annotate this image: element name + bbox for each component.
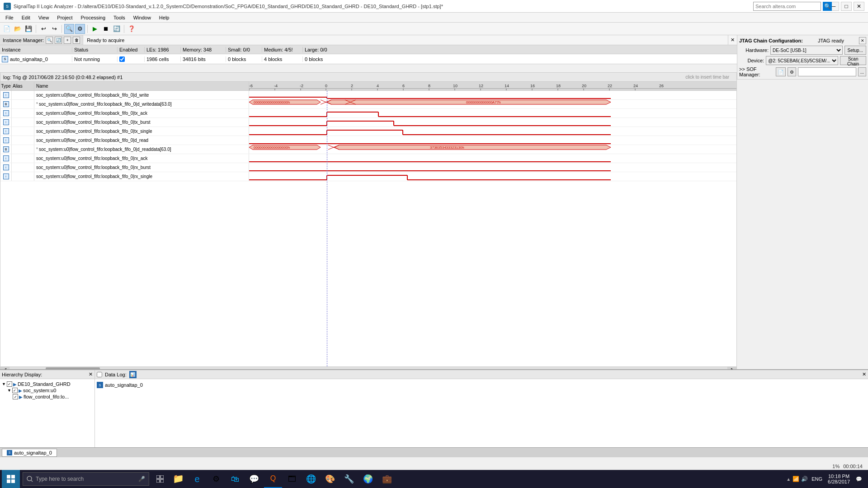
save-button[interactable]: 💾 xyxy=(24,24,33,34)
data-log-header: Data Log: 📊 ✕ xyxy=(95,370,868,379)
svg-text:0000000000000A77h: 0000000000000A77h xyxy=(466,100,501,104)
open-button[interactable]: 📂 xyxy=(13,24,23,34)
tree-check-3[interactable]: ✓ xyxy=(13,394,18,399)
menu-processing[interactable]: Processing xyxy=(77,14,109,21)
sig3-icon: ↑ xyxy=(3,110,9,116)
svg-text:-2: -2 xyxy=(300,84,303,88)
svg-text:18: 18 xyxy=(556,84,561,88)
jtag-close-btn[interactable]: ✕ xyxy=(859,37,866,44)
tree-check-2[interactable]: ✓ xyxy=(12,388,18,393)
sig10-icon: ↑ xyxy=(3,174,9,179)
instance-settings-btn[interactable]: 🔍 xyxy=(46,37,53,44)
instance-enabled-checkbox[interactable] xyxy=(119,56,125,62)
menu-project[interactable]: Project xyxy=(53,14,76,21)
jtag-sof-btn1[interactable]: 📄 xyxy=(776,67,786,76)
language-indicator: ENG xyxy=(811,476,822,482)
tree-check-1[interactable]: ✓ xyxy=(7,381,12,387)
auto-signaltap-button[interactable]: ⚙ xyxy=(75,24,85,34)
undo-button[interactable]: ↩ xyxy=(38,24,48,34)
tree-item-soc[interactable]: ▼ ✓ ▶ soc_system:u0 xyxy=(2,387,93,394)
taskbar-task-view-btn[interactable] xyxy=(152,470,168,488)
stop-button[interactable]: ⏹ xyxy=(101,24,111,34)
altera-search-input[interactable] xyxy=(753,2,821,11)
jtag-header: JTAG Chain Configuration: JTAG ready ✕ xyxy=(739,37,866,44)
toolbar-separator-1 xyxy=(36,25,36,33)
col-memory: Memory: 348 xyxy=(181,47,226,52)
menu-window[interactable]: Window xyxy=(130,14,155,21)
instance-enabled-cell xyxy=(118,56,145,62)
run-button[interactable]: ▶ xyxy=(90,24,100,34)
scan-chain-button[interactable]: Scan Chain xyxy=(840,56,866,65)
notification-btn[interactable]: 💬 xyxy=(854,474,864,484)
tree-item-flow[interactable]: ✓ ▶ flow_control_fifo:lo... xyxy=(2,394,93,400)
data-log-checkbox[interactable] xyxy=(97,372,102,377)
taskbar-app-explorer[interactable]: 📁 xyxy=(169,470,187,488)
header-name: Name xyxy=(34,82,249,90)
new-button[interactable]: 📄 xyxy=(2,24,12,34)
svg-text:14: 14 xyxy=(505,84,509,88)
jtag-sof-btn3[interactable]: ... xyxy=(858,67,866,76)
taskbar-app-win[interactable]: 🗔 xyxy=(283,470,301,488)
taskbar-search[interactable]: Type here to search 🎤 xyxy=(23,472,149,486)
close-button[interactable]: ✕ xyxy=(854,2,864,11)
jtag-sof-btn2[interactable]: ⚙ xyxy=(788,67,796,76)
menu-help[interactable]: Help xyxy=(156,14,173,21)
data-log-item-1[interactable]: S auto_signaltap_0 xyxy=(97,381,866,389)
menu-tools[interactable]: Tools xyxy=(110,14,129,21)
instance-manager-close[interactable]: ✕ xyxy=(728,35,737,45)
menu-view[interactable]: View xyxy=(35,14,53,21)
hierarchy-label: Hierarchy Display: xyxy=(2,372,42,377)
menu-edit[interactable]: Edit xyxy=(18,14,34,21)
taskbar-app-chrome[interactable]: 🌐 xyxy=(302,470,320,488)
taskbar-app-app2[interactable]: 🌍 xyxy=(359,470,377,488)
svg-rect-89 xyxy=(160,479,164,483)
sig1-alias xyxy=(12,91,34,99)
taskbar-app-settings[interactable]: ⚙ xyxy=(207,470,225,488)
taskbar-app-paint[interactable]: 🎨 xyxy=(321,470,339,488)
jtag-hardware-label: Hardware: xyxy=(739,47,769,53)
tree-label-2: soc_system:u0 xyxy=(23,388,56,393)
instance-add-btn[interactable]: + xyxy=(64,37,71,44)
menu-bar: File Edit View Project Processing Tools … xyxy=(0,13,868,23)
sig7-name: * soc_system:u0|flow_control_fifo:loopba… xyxy=(34,145,249,154)
tray-icon-up[interactable]: ▲ xyxy=(786,477,791,482)
svg-rect-83 xyxy=(11,479,15,483)
header-alias: Alias xyxy=(12,82,34,90)
jtag-sof-input[interactable] xyxy=(798,67,856,76)
instance-tab-icon: S xyxy=(7,450,12,455)
instance-refresh-btn[interactable]: 🔄 xyxy=(55,37,62,44)
data-log-close-panel[interactable]: ✕ xyxy=(862,371,866,377)
sig7-type-icon: B xyxy=(0,145,12,154)
waveform-svg: 00000000000000000h 0000000000000A77h xyxy=(249,91,736,366)
instance-del-btn[interactable]: 🗑 xyxy=(73,37,80,44)
taskbar-app-quartus[interactable]: Q xyxy=(264,470,282,488)
svg-line-85 xyxy=(31,480,33,482)
click-to-insert-text[interactable]: click to insert time bar xyxy=(685,75,729,80)
taskbar-app-skype[interactable]: 💬 xyxy=(245,470,263,488)
node-finder-button[interactable]: 🔍 xyxy=(64,24,74,34)
start-button[interactable] xyxy=(2,470,20,488)
hierarchy-close-btn[interactable]: ✕ xyxy=(89,371,93,377)
instance-tab-1[interactable]: S auto_signaltap_0 xyxy=(2,449,57,457)
clock[interactable]: 10:18 PM 6/28/2017 xyxy=(826,474,852,484)
sig5-icon: ↑ xyxy=(3,128,9,134)
autorun-button[interactable]: 🔄 xyxy=(112,24,122,34)
help-btn[interactable]: ❓ xyxy=(127,24,137,34)
tree-item-de10[interactable]: ▼ ✓ ▶ DE10_Standard_GHRD xyxy=(2,381,93,387)
maximize-button[interactable]: □ xyxy=(841,2,852,11)
menu-file[interactable]: File xyxy=(2,14,17,21)
taskbar-app-app1[interactable]: 🔧 xyxy=(340,470,358,488)
taskbar-app-ie[interactable]: e xyxy=(188,470,206,488)
taskbar-app-app3[interactable]: 💼 xyxy=(378,470,396,488)
jtag-device-select[interactable]: @2: 5CSEBA6(.ES)/5CSEM/... xyxy=(766,56,838,65)
jtag-setup-btn[interactable]: Setup... xyxy=(844,46,866,55)
sig6-alias xyxy=(12,136,34,145)
toolbar: 📄 📂 💾 ↩ ↪ 🔍 ⚙ ▶ ⏹ 🔄 ❓ xyxy=(0,23,868,35)
redo-button[interactable]: ↪ xyxy=(49,24,59,34)
jtag-hardware-select[interactable]: DE-SoC [USB-1] xyxy=(770,46,843,55)
elapsed-time: 00:00:14 xyxy=(843,464,863,469)
altera-search-icon: 🔍 xyxy=(823,2,832,11)
taskbar-app-store[interactable]: 🛍 xyxy=(226,470,244,488)
svg-text:24: 24 xyxy=(633,84,638,88)
title-bar-left: S SignalTap II Logic Analyzer - D:/alter… xyxy=(4,3,443,10)
